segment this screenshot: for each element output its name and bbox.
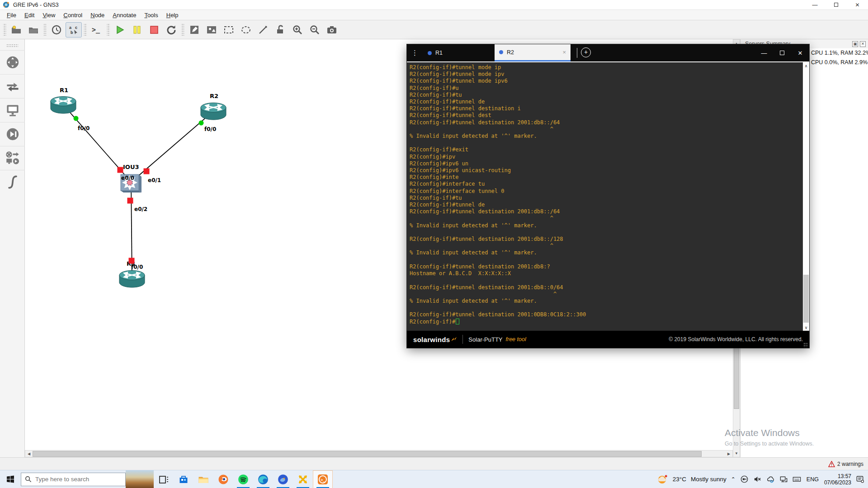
port-label[interactable]: f0/0 [78, 125, 90, 131]
start-button[interactable] [0, 470, 21, 488]
search-input[interactable] [35, 476, 108, 483]
browse-switches-button[interactable] [0, 74, 25, 98]
node-R1[interactable] [51, 97, 76, 114]
menu-view[interactable]: View [38, 11, 59, 19]
putty-close-button[interactable]: ✕ [791, 44, 809, 61]
menu-bar: FileEditViewControlNodeAnnotateToolsHelp [0, 10, 868, 20]
terminal-tab-R2[interactable]: R2× [495, 44, 571, 61]
resize-grip[interactable] [803, 343, 808, 347]
onedrive-icon[interactable] [766, 475, 775, 483]
horizontal-scroll-thumb[interactable] [33, 451, 702, 457]
port-label[interactable]: f0/0 [204, 126, 216, 132]
language-indicator[interactable]: ENG [806, 476, 820, 483]
scroll-down-icon[interactable]: ▼ [733, 450, 740, 457]
clock[interactable]: 13:57 07/06/2023 [824, 473, 851, 486]
terminal-output[interactable]: R2(config-if)#tunnel mode ip R2(config-i… [407, 62, 809, 325]
weather-condition[interactable]: Mostly sunny [691, 476, 726, 483]
minimize-button[interactable]: — [804, 0, 826, 10]
dock-close-icon[interactable]: ✕ [860, 41, 866, 47]
taskbar-app-file-explorer[interactable] [193, 470, 213, 488]
taskbar-app-edge[interactable] [253, 470, 273, 488]
terminal-scroll-down-icon[interactable]: ∨ [803, 324, 809, 331]
snapshot-button[interactable] [48, 22, 65, 38]
taskbar-search[interactable] [21, 473, 126, 486]
terminal-scroll-up-icon[interactable]: ∧ [803, 62, 809, 69]
svg-text:a: a [69, 25, 72, 30]
volume-muted-icon[interactable] [753, 475, 762, 483]
weather-temp[interactable]: 23°C [673, 476, 686, 483]
terminal-tab-R1[interactable]: R1 [423, 44, 495, 61]
putty-minimize-button[interactable]: — [755, 44, 773, 61]
start-button[interactable] [112, 22, 128, 38]
browse-end-devices-button[interactable] [0, 98, 25, 122]
menu-edit[interactable]: Edit [20, 11, 38, 19]
port-label[interactable]: e0/1 [148, 177, 161, 183]
stop-button[interactable] [146, 22, 162, 38]
port-label[interactable]: f0/0 [131, 264, 143, 270]
node-label-R1[interactable]: R1 [60, 87, 68, 94]
action-center-icon[interactable] [856, 475, 864, 483]
browse-security-devices-button[interactable] [0, 122, 25, 146]
suspend-button[interactable] [129, 22, 145, 38]
reload-button[interactable] [163, 22, 179, 38]
node-R3[interactable] [119, 271, 145, 288]
putty-maximize-button[interactable] [773, 44, 791, 61]
add-link-button[interactable] [0, 170, 25, 194]
taskbar-app-gns3[interactable] [293, 470, 313, 488]
meet-now-icon[interactable] [740, 475, 749, 483]
touch-keyboard-icon[interactable] [793, 475, 801, 483]
canvas-horizontal-scrollbar[interactable]: ◀ ▶ [25, 450, 733, 457]
browse-all-devices-button[interactable] [0, 146, 25, 170]
menu-tools[interactable]: Tools [140, 11, 162, 19]
screenshot-button[interactable] [324, 22, 340, 38]
maximize-button[interactable] [826, 0, 847, 10]
node-label-IOU3[interactable]: IOU3 [123, 164, 139, 170]
menu-node[interactable]: Node [86, 11, 108, 19]
warnings-indicator[interactable]: 2 warnings [828, 461, 868, 467]
node-R2[interactable] [201, 103, 226, 120]
taskbar-app-microsoft-store[interactable] [174, 470, 193, 488]
terminal-scrollbar[interactable]: ∧ ∨ [802, 62, 809, 331]
new-tab-icon[interactable]: + [581, 47, 591, 57]
port-label[interactable]: e0/2 [134, 206, 147, 212]
session-status-dot [499, 50, 503, 54]
taskbar-app-task-view[interactable] [154, 470, 174, 488]
taskbar-app-solar-putty[interactable]: >_ [313, 470, 333, 488]
draw-line-button[interactable] [255, 22, 271, 38]
menu-file[interactable]: File [3, 11, 20, 19]
news-weather-widget[interactable] [126, 470, 154, 488]
unlock-button[interactable] [272, 22, 288, 38]
draw-rectangle-button[interactable] [221, 22, 237, 38]
network-icon[interactable] [779, 475, 788, 483]
zoom-out-button[interactable] [307, 22, 323, 38]
scroll-right-icon[interactable]: ▶ [725, 450, 732, 457]
menu-annotate[interactable]: Annotate [108, 11, 140, 19]
svg-text:>_: >_ [321, 477, 326, 482]
console-connect-button[interactable]: >_ [89, 22, 105, 38]
hidden-icons-chevron[interactable]: ⌃ [731, 476, 736, 483]
zoom-in-button[interactable] [289, 22, 306, 38]
toggle-interface-labels-button[interactable]: acb [66, 22, 82, 38]
putty-menu-icon[interactable]: ⋮ [407, 44, 423, 61]
dock-float-icon[interactable]: ▣ [852, 41, 858, 47]
add-note-button[interactable] [186, 22, 203, 38]
close-button[interactable]: ✕ [847, 0, 868, 10]
terminal-scroll-thumb[interactable] [803, 275, 809, 323]
taskbar-app-spotify[interactable] [233, 470, 253, 488]
menu-help[interactable]: Help [162, 11, 183, 19]
menu-control[interactable]: Control [59, 11, 86, 19]
insert-image-button[interactable] [203, 22, 220, 38]
close-tab-icon[interactable]: × [562, 49, 566, 56]
terminal-viewport[interactable]: R2(config-if)#tunnel mode ip R2(config-i… [407, 61, 809, 331]
node-label-R2[interactable]: R2 [210, 93, 218, 99]
taskbar-app-blender[interactable] [213, 470, 233, 488]
draw-ellipse-button[interactable] [238, 22, 254, 38]
draw-ellipse-icon [241, 24, 251, 35]
scroll-left-icon[interactable]: ◀ [25, 450, 33, 457]
new-project-button[interactable] [8, 22, 24, 38]
taskbar-app-chameleon-app[interactable] [273, 470, 293, 488]
port-label[interactable]: e0/0 [121, 175, 134, 181]
open-project-button[interactable] [25, 22, 42, 38]
browse-routers-button[interactable] [0, 50, 25, 74]
edge-icon [257, 474, 269, 485]
